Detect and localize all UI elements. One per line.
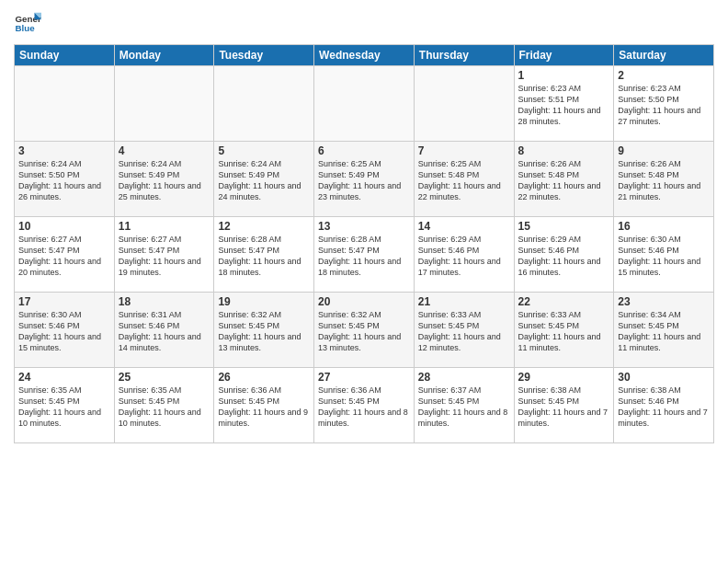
- calendar-cell: [414, 66, 514, 142]
- day-number: 30: [618, 371, 710, 384]
- logo-icon: General Blue: [14, 9, 41, 37]
- calendar-cell: 9Sunrise: 6:26 AM Sunset: 5:48 PM Daylig…: [614, 142, 714, 217]
- day-info: Sunrise: 6:27 AM Sunset: 5:47 PM Dayligh…: [119, 234, 210, 279]
- day-info: Sunrise: 6:33 AM Sunset: 5:45 PM Dayligh…: [418, 309, 510, 354]
- day-info: Sunrise: 6:33 AM Sunset: 5:45 PM Dayligh…: [518, 309, 610, 354]
- day-number: 13: [318, 220, 410, 233]
- day-info: Sunrise: 6:29 AM Sunset: 5:46 PM Dayligh…: [518, 234, 610, 279]
- day-info: Sunrise: 6:38 AM Sunset: 5:46 PM Dayligh…: [618, 385, 710, 430]
- calendar-cell: [15, 66, 115, 142]
- header: General Blue: [14, 9, 714, 37]
- day-number: 2: [618, 69, 710, 82]
- day-number: 26: [218, 371, 310, 384]
- day-number: 24: [18, 371, 110, 384]
- day-number: 16: [618, 220, 710, 233]
- calendar-cell: 1Sunrise: 6:23 AM Sunset: 5:51 PM Daylig…: [514, 66, 614, 142]
- day-number: 1: [518, 69, 610, 82]
- day-number: 27: [318, 371, 410, 384]
- day-info: Sunrise: 6:24 AM Sunset: 5:50 PM Dayligh…: [18, 158, 110, 203]
- calendar-cell: 30Sunrise: 6:38 AM Sunset: 5:46 PM Dayli…: [614, 368, 714, 443]
- header-sunday: Sunday: [15, 45, 115, 66]
- day-info: Sunrise: 6:24 AM Sunset: 5:49 PM Dayligh…: [218, 158, 310, 203]
- day-number: 12: [218, 220, 310, 233]
- day-number: 3: [18, 144, 110, 157]
- day-number: 10: [18, 220, 110, 233]
- day-info: Sunrise: 6:29 AM Sunset: 5:46 PM Dayligh…: [418, 234, 510, 279]
- day-number: 4: [119, 144, 210, 157]
- day-info: Sunrise: 6:26 AM Sunset: 5:48 PM Dayligh…: [518, 158, 610, 203]
- calendar-cell: 29Sunrise: 6:38 AM Sunset: 5:45 PM Dayli…: [514, 368, 614, 443]
- day-info: Sunrise: 6:27 AM Sunset: 5:47 PM Dayligh…: [18, 234, 110, 279]
- day-number: 28: [418, 371, 510, 384]
- day-number: 19: [218, 295, 310, 308]
- calendar-cell: 23Sunrise: 6:34 AM Sunset: 5:45 PM Dayli…: [614, 293, 714, 368]
- calendar-cell: 13Sunrise: 6:28 AM Sunset: 5:47 PM Dayli…: [314, 217, 415, 293]
- day-number: 23: [618, 295, 710, 308]
- day-info: Sunrise: 6:32 AM Sunset: 5:45 PM Dayligh…: [218, 309, 310, 354]
- calendar-cell: 16Sunrise: 6:30 AM Sunset: 5:46 PM Dayli…: [614, 217, 714, 293]
- calendar-cell: 12Sunrise: 6:28 AM Sunset: 5:47 PM Dayli…: [214, 217, 314, 293]
- calendar-week-row: 3Sunrise: 6:24 AM Sunset: 5:50 PM Daylig…: [15, 142, 714, 217]
- day-number: 22: [518, 295, 610, 308]
- day-number: 21: [418, 295, 510, 308]
- day-info: Sunrise: 6:30 AM Sunset: 5:46 PM Dayligh…: [18, 309, 110, 354]
- day-info: Sunrise: 6:34 AM Sunset: 5:45 PM Dayligh…: [618, 309, 710, 354]
- calendar-cell: 17Sunrise: 6:30 AM Sunset: 5:46 PM Dayli…: [15, 293, 115, 368]
- calendar-cell: 7Sunrise: 6:25 AM Sunset: 5:48 PM Daylig…: [414, 142, 514, 217]
- calendar-week-row: 24Sunrise: 6:35 AM Sunset: 5:45 PM Dayli…: [15, 368, 714, 443]
- day-info: Sunrise: 6:25 AM Sunset: 5:48 PM Dayligh…: [418, 158, 510, 203]
- day-number: 29: [518, 371, 610, 384]
- svg-text:Blue: Blue: [16, 23, 36, 33]
- calendar-cell: 8Sunrise: 6:26 AM Sunset: 5:48 PM Daylig…: [514, 142, 614, 217]
- day-info: Sunrise: 6:32 AM Sunset: 5:45 PM Dayligh…: [318, 309, 410, 354]
- day-number: 6: [318, 144, 410, 157]
- calendar-header-row: Sunday Monday Tuesday Wednesday Thursday…: [15, 45, 714, 66]
- header-wednesday: Wednesday: [314, 45, 415, 66]
- calendar-cell: [114, 66, 214, 142]
- day-number: 8: [518, 144, 610, 157]
- calendar-cell: 24Sunrise: 6:35 AM Sunset: 5:45 PM Dayli…: [15, 368, 115, 443]
- day-info: Sunrise: 6:23 AM Sunset: 5:51 PM Dayligh…: [518, 83, 610, 128]
- header-tuesday: Tuesday: [214, 45, 314, 66]
- day-info: Sunrise: 6:23 AM Sunset: 5:50 PM Dayligh…: [618, 83, 710, 128]
- day-info: Sunrise: 6:35 AM Sunset: 5:45 PM Dayligh…: [119, 385, 210, 430]
- day-number: 17: [18, 295, 110, 308]
- calendar-cell: 5Sunrise: 6:24 AM Sunset: 5:49 PM Daylig…: [214, 142, 314, 217]
- day-info: Sunrise: 6:36 AM Sunset: 5:45 PM Dayligh…: [318, 385, 410, 430]
- day-number: 15: [518, 220, 610, 233]
- calendar-cell: 25Sunrise: 6:35 AM Sunset: 5:45 PM Dayli…: [114, 368, 214, 443]
- calendar-week-row: 17Sunrise: 6:30 AM Sunset: 5:46 PM Dayli…: [15, 293, 714, 368]
- calendar-cell: 26Sunrise: 6:36 AM Sunset: 5:45 PM Dayli…: [214, 368, 314, 443]
- calendar-cell: 21Sunrise: 6:33 AM Sunset: 5:45 PM Dayli…: [414, 293, 514, 368]
- day-info: Sunrise: 6:37 AM Sunset: 5:45 PM Dayligh…: [418, 385, 510, 430]
- calendar-cell: 18Sunrise: 6:31 AM Sunset: 5:46 PM Dayli…: [114, 293, 214, 368]
- calendar-table: Sunday Monday Tuesday Wednesday Thursday…: [14, 44, 714, 443]
- day-info: Sunrise: 6:31 AM Sunset: 5:46 PM Dayligh…: [119, 309, 210, 354]
- day-info: Sunrise: 6:35 AM Sunset: 5:45 PM Dayligh…: [18, 385, 110, 430]
- day-info: Sunrise: 6:24 AM Sunset: 5:49 PM Dayligh…: [119, 158, 210, 203]
- day-info: Sunrise: 6:25 AM Sunset: 5:49 PM Dayligh…: [318, 158, 410, 203]
- day-number: 14: [418, 220, 510, 233]
- calendar-week-row: 10Sunrise: 6:27 AM Sunset: 5:47 PM Dayli…: [15, 217, 714, 293]
- calendar-cell: 27Sunrise: 6:36 AM Sunset: 5:45 PM Dayli…: [314, 368, 415, 443]
- calendar-cell: 10Sunrise: 6:27 AM Sunset: 5:47 PM Dayli…: [15, 217, 115, 293]
- calendar-cell: 4Sunrise: 6:24 AM Sunset: 5:49 PM Daylig…: [114, 142, 214, 217]
- calendar-cell: [214, 66, 314, 142]
- day-info: Sunrise: 6:38 AM Sunset: 5:45 PM Dayligh…: [518, 385, 610, 430]
- calendar-cell: 2Sunrise: 6:23 AM Sunset: 5:50 PM Daylig…: [614, 66, 714, 142]
- day-number: 5: [218, 144, 310, 157]
- day-number: 11: [119, 220, 210, 233]
- calendar-cell: 6Sunrise: 6:25 AM Sunset: 5:49 PM Daylig…: [314, 142, 415, 217]
- calendar-cell: 14Sunrise: 6:29 AM Sunset: 5:46 PM Dayli…: [414, 217, 514, 293]
- day-info: Sunrise: 6:26 AM Sunset: 5:48 PM Dayligh…: [618, 158, 710, 203]
- day-number: 7: [418, 144, 510, 157]
- day-number: 9: [618, 144, 710, 157]
- calendar-cell: 20Sunrise: 6:32 AM Sunset: 5:45 PM Dayli…: [314, 293, 415, 368]
- calendar-cell: 28Sunrise: 6:37 AM Sunset: 5:45 PM Dayli…: [414, 368, 514, 443]
- day-info: Sunrise: 6:28 AM Sunset: 5:47 PM Dayligh…: [318, 234, 410, 279]
- day-info: Sunrise: 6:28 AM Sunset: 5:47 PM Dayligh…: [218, 234, 310, 279]
- header-monday: Monday: [114, 45, 214, 66]
- calendar-cell: 22Sunrise: 6:33 AM Sunset: 5:45 PM Dayli…: [514, 293, 614, 368]
- header-thursday: Thursday: [414, 45, 514, 66]
- header-friday: Friday: [514, 45, 614, 66]
